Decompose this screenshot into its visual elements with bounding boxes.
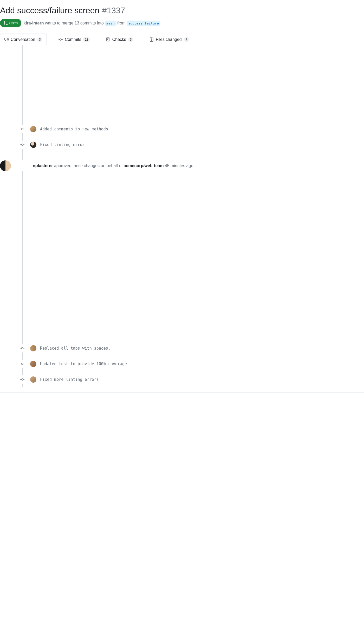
tab-counter: 13 (83, 37, 90, 42)
git-commit-icon (58, 37, 63, 42)
timeline: Added comments to new methods Fixed lint… (0, 45, 364, 387)
commit-node-icon (18, 360, 27, 368)
commit-item: Updated test to provide 100% coverage (0, 356, 364, 372)
timeline-spacer (0, 179, 364, 340)
reviewer-username[interactable]: nplasterer (33, 163, 53, 168)
file-diff-icon (150, 37, 154, 42)
review-text: nplasterer approved these changes on beh… (33, 163, 193, 169)
pr-state-text: Open (9, 20, 18, 26)
commit-node-icon (18, 375, 27, 384)
tab-checks[interactable]: Checks 3 (102, 34, 138, 45)
commit-node-icon (18, 125, 27, 133)
commit-message[interactable]: Added comments to new methods (40, 126, 108, 132)
commit-message[interactable]: Fixed more linting errors (40, 377, 99, 383)
review-approved-item: nplasterer approved these changes on beh… (0, 153, 364, 179)
review-team[interactable]: acmecorp/web-team (124, 163, 164, 168)
checklist-icon (106, 37, 110, 42)
tab-label: Checks (112, 36, 126, 43)
commit-message[interactable]: Fixed linting error (40, 142, 85, 148)
pr-tabs: Conversation 3 Commits 13 Checks 3 Files… (0, 34, 364, 45)
reviewer-avatar[interactable] (0, 160, 11, 171)
commit-item: Fixed linting error (0, 137, 364, 153)
bottom-divider (0, 393, 364, 393)
commit-node-icon (18, 141, 27, 149)
tab-counter: 3 (37, 37, 42, 42)
tab-label: Files changed (156, 36, 182, 43)
commit-author-avatar[interactable] (30, 361, 36, 367)
commit-item: Fixed more linting errors (0, 372, 364, 387)
commit-node-icon (18, 344, 27, 352)
tab-counter: 3 (128, 37, 133, 42)
tab-label: Conversation (11, 36, 35, 43)
head-branch-chip[interactable]: success_failure (127, 21, 160, 26)
pr-state-badge: Open (0, 19, 21, 27)
pr-number: #1337 (102, 4, 125, 17)
tab-files-changed[interactable]: Files changed 7 (145, 34, 193, 45)
commit-author-avatar[interactable] (30, 142, 36, 148)
comment-discussion-icon (4, 37, 9, 42)
commit-item: Added comments to new methods (0, 121, 364, 137)
approved-badge (21, 162, 29, 170)
commit-item: Replaced all tabs with spaces. (0, 340, 364, 356)
commit-message[interactable]: Updated test to provide 100% coverage (40, 361, 127, 367)
base-branch-chip[interactable]: main (105, 21, 116, 26)
commit-author-avatar[interactable] (30, 126, 36, 132)
tab-counter: 7 (184, 37, 189, 42)
check-icon (23, 164, 27, 168)
pr-title: Add success/failure screen (0, 4, 99, 17)
commit-message[interactable]: Replaced all tabs with spaces. (40, 345, 110, 351)
tab-conversation[interactable]: Conversation 3 (0, 34, 47, 45)
tab-commits[interactable]: Commits 13 (54, 34, 94, 45)
review-time: 45 minutes ago (164, 163, 193, 168)
commit-author-avatar[interactable] (30, 345, 36, 351)
commit-author-avatar[interactable] (30, 376, 36, 383)
git-pull-request-icon (4, 21, 8, 25)
timeline-spacer (0, 48, 364, 121)
pr-author[interactable]: kira-intern (23, 21, 44, 25)
tab-label: Commits (65, 36, 81, 43)
pr-meta-text: kira-intern wants to merge 13 commits in… (23, 20, 160, 26)
